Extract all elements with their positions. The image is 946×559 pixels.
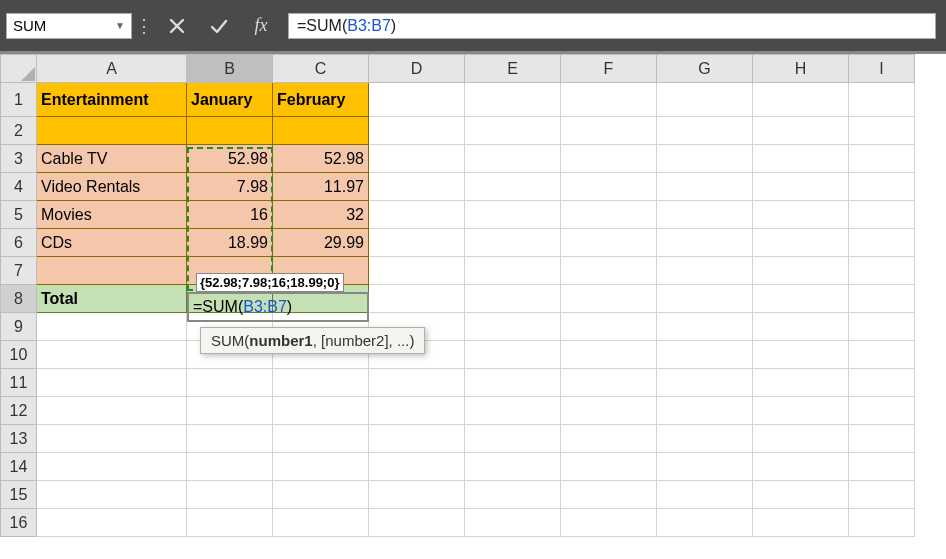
cell[interactable] bbox=[465, 509, 561, 537]
cell-A8[interactable]: Total bbox=[37, 285, 187, 313]
cell[interactable] bbox=[657, 201, 753, 229]
cell-A2[interactable] bbox=[37, 117, 187, 145]
chevron-down-icon[interactable]: ▼ bbox=[113, 18, 127, 34]
cell-C8[interactable] bbox=[273, 285, 369, 313]
cell[interactable] bbox=[849, 369, 915, 397]
cell[interactable] bbox=[273, 341, 369, 369]
cell[interactable] bbox=[849, 173, 915, 201]
cell-A1[interactable]: Entertainment bbox=[37, 83, 187, 117]
cell[interactable] bbox=[273, 425, 369, 453]
cell-C2[interactable] bbox=[273, 117, 369, 145]
row-header-12[interactable]: 12 bbox=[1, 397, 37, 425]
insert-function-button[interactable]: fx bbox=[240, 11, 282, 41]
cell[interactable] bbox=[849, 257, 915, 285]
cell[interactable] bbox=[561, 509, 657, 537]
row-header-8[interactable]: 8 bbox=[1, 285, 37, 313]
cell[interactable] bbox=[753, 201, 849, 229]
col-header-B[interactable]: B bbox=[187, 55, 273, 83]
cell[interactable] bbox=[273, 453, 369, 481]
col-header-G[interactable]: G bbox=[657, 55, 753, 83]
cell[interactable] bbox=[37, 341, 187, 369]
cell[interactable] bbox=[465, 453, 561, 481]
cell[interactable] bbox=[849, 341, 915, 369]
cell[interactable] bbox=[369, 425, 465, 453]
cell-A6[interactable]: CDs bbox=[37, 229, 187, 257]
row-header-2[interactable]: 2 bbox=[1, 117, 37, 145]
cell[interactable] bbox=[657, 425, 753, 453]
cell[interactable] bbox=[849, 145, 915, 173]
cell[interactable] bbox=[369, 229, 465, 257]
cell[interactable] bbox=[369, 173, 465, 201]
cell[interactable] bbox=[465, 425, 561, 453]
cell-A5[interactable]: Movies bbox=[37, 201, 187, 229]
cell[interactable] bbox=[657, 173, 753, 201]
cell-B2[interactable] bbox=[187, 117, 273, 145]
cell[interactable] bbox=[657, 481, 753, 509]
cell[interactable] bbox=[561, 313, 657, 341]
formula-input[interactable]: =SUM(B3:B7) bbox=[288, 13, 936, 39]
cell[interactable] bbox=[369, 341, 465, 369]
row-header-14[interactable]: 14 bbox=[1, 453, 37, 481]
cell-A3[interactable]: Cable TV bbox=[37, 145, 187, 173]
cell[interactable] bbox=[187, 481, 273, 509]
cell[interactable] bbox=[273, 313, 369, 341]
col-header-D[interactable]: D bbox=[369, 55, 465, 83]
col-header-I[interactable]: I bbox=[849, 55, 915, 83]
cell[interactable] bbox=[465, 481, 561, 509]
cell[interactable] bbox=[369, 257, 465, 285]
cell[interactable] bbox=[849, 117, 915, 145]
cell[interactable] bbox=[465, 83, 561, 117]
cell-B3[interactable]: 52.98 bbox=[187, 145, 273, 173]
cell[interactable] bbox=[849, 453, 915, 481]
cell[interactable] bbox=[561, 369, 657, 397]
cell[interactable] bbox=[753, 509, 849, 537]
cell[interactable] bbox=[37, 453, 187, 481]
col-header-F[interactable]: F bbox=[561, 55, 657, 83]
cell[interactable] bbox=[37, 313, 187, 341]
cell[interactable] bbox=[465, 313, 561, 341]
cell[interactable] bbox=[187, 397, 273, 425]
accept-button[interactable] bbox=[198, 11, 240, 41]
cell[interactable] bbox=[657, 397, 753, 425]
cell[interactable] bbox=[369, 117, 465, 145]
cell[interactable] bbox=[561, 481, 657, 509]
cell[interactable] bbox=[37, 369, 187, 397]
cell[interactable] bbox=[369, 285, 465, 313]
cell[interactable] bbox=[187, 425, 273, 453]
cell[interactable] bbox=[657, 229, 753, 257]
cell[interactable] bbox=[753, 313, 849, 341]
row-header-15[interactable]: 15 bbox=[1, 481, 37, 509]
cell[interactable] bbox=[657, 257, 753, 285]
spreadsheet-grid[interactable]: A B C D E F G H I 1 Entertainment Januar… bbox=[0, 54, 946, 537]
cell[interactable] bbox=[657, 509, 753, 537]
cell[interactable] bbox=[657, 83, 753, 117]
row-header-4[interactable]: 4 bbox=[1, 173, 37, 201]
cell-B4[interactable]: 7.98 bbox=[187, 173, 273, 201]
cell[interactable] bbox=[753, 257, 849, 285]
cell[interactable] bbox=[465, 117, 561, 145]
cell[interactable] bbox=[561, 173, 657, 201]
cell[interactable] bbox=[561, 145, 657, 173]
cell[interactable] bbox=[369, 481, 465, 509]
cell[interactable] bbox=[657, 145, 753, 173]
cell[interactable] bbox=[849, 313, 915, 341]
cell-A4[interactable]: Video Rentals bbox=[37, 173, 187, 201]
cell[interactable] bbox=[561, 201, 657, 229]
row-header-7[interactable]: 7 bbox=[1, 257, 37, 285]
cell[interactable] bbox=[369, 313, 465, 341]
cell[interactable] bbox=[465, 341, 561, 369]
cell[interactable] bbox=[37, 509, 187, 537]
row-header-9[interactable]: 9 bbox=[1, 313, 37, 341]
cell[interactable] bbox=[187, 453, 273, 481]
cell[interactable] bbox=[369, 397, 465, 425]
cell[interactable] bbox=[369, 201, 465, 229]
cell[interactable] bbox=[849, 229, 915, 257]
cell[interactable] bbox=[657, 117, 753, 145]
cell[interactable] bbox=[465, 257, 561, 285]
cell[interactable] bbox=[187, 369, 273, 397]
cell[interactable] bbox=[753, 173, 849, 201]
row-header-1[interactable]: 1 bbox=[1, 83, 37, 117]
cell[interactable] bbox=[561, 117, 657, 145]
cell[interactable] bbox=[849, 397, 915, 425]
cell[interactable] bbox=[187, 313, 273, 341]
